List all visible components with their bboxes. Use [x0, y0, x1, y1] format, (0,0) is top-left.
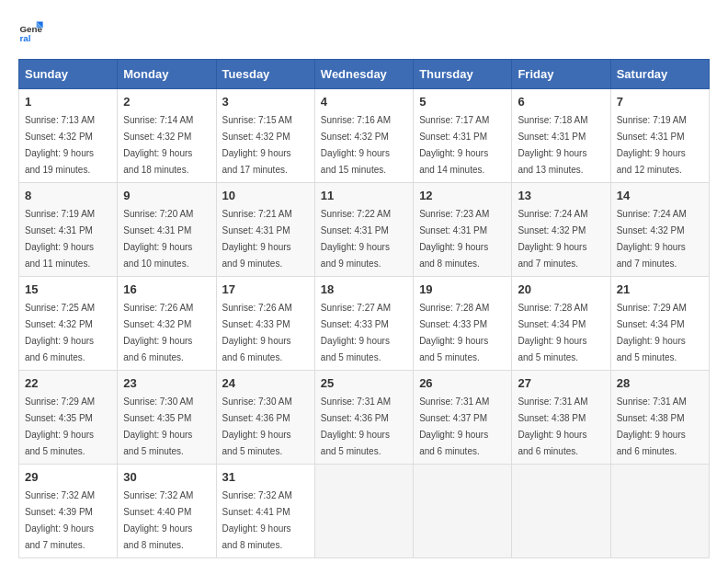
calendar-header-row: SundayMondayTuesdayWednesdayThursdayFrid… [19, 60, 710, 89]
calendar-cell: 18 Sunrise: 7:27 AMSunset: 4:33 PMDaylig… [314, 277, 413, 371]
calendar-cell: 2 Sunrise: 7:14 AMSunset: 4:32 PMDayligh… [118, 89, 216, 183]
day-number: 18 [321, 282, 407, 296]
day-info: Sunrise: 7:25 AMSunset: 4:32 PMDaylight:… [25, 303, 95, 362]
day-info: Sunrise: 7:30 AMSunset: 4:35 PMDaylight:… [123, 396, 193, 456]
calendar-cell: 24 Sunrise: 7:30 AMSunset: 4:36 PMDaylig… [216, 371, 314, 465]
day-number: 3 [222, 95, 309, 109]
day-number: 28 [617, 376, 703, 390]
day-number: 11 [321, 189, 407, 202]
day-info: Sunrise: 7:21 AMSunset: 4:31 PMDaylight:… [222, 209, 292, 269]
calendar-cell: 16 Sunrise: 7:26 AMSunset: 4:32 PMDaylig… [118, 277, 216, 371]
calendar-cell: 27 Sunrise: 7:31 AMSunset: 4:38 PMDaylig… [512, 371, 610, 465]
day-info: Sunrise: 7:29 AMSunset: 4:34 PMDaylight:… [617, 303, 687, 362]
calendar-cell: 10 Sunrise: 7:21 AMSunset: 4:31 PMDaylig… [216, 183, 314, 277]
weekday-header-friday: Friday [512, 60, 610, 89]
day-info: Sunrise: 7:31 AMSunset: 4:38 PMDaylight:… [518, 396, 587, 456]
day-number: 2 [123, 95, 210, 109]
day-info: Sunrise: 7:30 AMSunset: 4:36 PMDaylight:… [222, 396, 292, 456]
day-info: Sunrise: 7:32 AMSunset: 4:40 PMDaylight:… [123, 490, 193, 550]
calendar-cell: 6 Sunrise: 7:18 AMSunset: 4:31 PMDayligh… [512, 89, 610, 183]
day-number: 12 [419, 189, 506, 202]
calendar-table: SundayMondayTuesdayWednesdayThursdayFrid… [18, 59, 710, 558]
logo-icon: Gene ral [18, 18, 44, 44]
day-info: Sunrise: 7:14 AMSunset: 4:32 PMDaylight:… [123, 115, 193, 175]
weekday-header-tuesday: Tuesday [216, 60, 314, 89]
day-info: Sunrise: 7:18 AMSunset: 4:31 PMDaylight:… [518, 115, 587, 175]
calendar-cell [314, 465, 413, 558]
day-info: Sunrise: 7:31 AMSunset: 4:36 PMDaylight:… [321, 396, 391, 456]
day-number: 1 [25, 95, 111, 109]
day-number: 20 [518, 282, 604, 296]
day-number: 31 [222, 470, 309, 484]
day-info: Sunrise: 7:32 AMSunset: 4:41 PMDaylight:… [222, 490, 292, 550]
day-number: 13 [518, 189, 604, 202]
day-number: 26 [419, 376, 506, 390]
day-info: Sunrise: 7:29 AMSunset: 4:35 PMDaylight:… [25, 396, 95, 456]
day-info: Sunrise: 7:26 AMSunset: 4:33 PMDaylight:… [222, 303, 292, 362]
calendar-cell: 7 Sunrise: 7:19 AMSunset: 4:31 PMDayligh… [610, 89, 709, 183]
calendar-cell: 23 Sunrise: 7:30 AMSunset: 4:35 PMDaylig… [118, 371, 216, 465]
day-number: 22 [25, 376, 111, 390]
day-number: 25 [321, 376, 407, 390]
calendar-week-1: 1 Sunrise: 7:13 AMSunset: 4:32 PMDayligh… [19, 89, 710, 183]
day-number: 30 [123, 470, 210, 484]
calendar-cell: 5 Sunrise: 7:17 AMSunset: 4:31 PMDayligh… [414, 89, 512, 183]
calendar-cell: 13 Sunrise: 7:24 AMSunset: 4:32 PMDaylig… [512, 183, 610, 277]
day-info: Sunrise: 7:26 AMSunset: 4:32 PMDaylight:… [123, 303, 193, 362]
day-info: Sunrise: 7:15 AMSunset: 4:32 PMDaylight:… [222, 115, 292, 175]
calendar-cell: 3 Sunrise: 7:15 AMSunset: 4:32 PMDayligh… [216, 89, 314, 183]
day-info: Sunrise: 7:32 AMSunset: 4:39 PMDaylight:… [25, 490, 95, 550]
calendar-week-2: 8 Sunrise: 7:19 AMSunset: 4:31 PMDayligh… [19, 183, 710, 277]
weekday-header-monday: Monday [118, 60, 216, 89]
calendar-cell: 8 Sunrise: 7:19 AMSunset: 4:31 PMDayligh… [19, 183, 118, 277]
calendar-cell: 30 Sunrise: 7:32 AMSunset: 4:40 PMDaylig… [118, 465, 216, 558]
calendar-cell: 22 Sunrise: 7:29 AMSunset: 4:35 PMDaylig… [19, 371, 118, 465]
weekday-header-thursday: Thursday [414, 60, 512, 89]
day-info: Sunrise: 7:24 AMSunset: 4:32 PMDaylight:… [518, 209, 587, 269]
day-number: 19 [419, 282, 506, 296]
day-number: 21 [617, 282, 703, 296]
calendar-week-5: 29 Sunrise: 7:32 AMSunset: 4:39 PMDaylig… [19, 465, 710, 558]
day-number: 10 [222, 189, 309, 202]
calendar-week-4: 22 Sunrise: 7:29 AMSunset: 4:35 PMDaylig… [19, 371, 710, 465]
day-info: Sunrise: 7:28 AMSunset: 4:33 PMDaylight:… [419, 303, 489, 362]
day-number: 5 [419, 95, 506, 109]
day-info: Sunrise: 7:31 AMSunset: 4:38 PMDaylight:… [617, 396, 687, 456]
day-number: 8 [25, 189, 111, 202]
day-info: Sunrise: 7:28 AMSunset: 4:34 PMDaylight:… [518, 303, 587, 362]
weekday-header-saturday: Saturday [610, 60, 709, 89]
calendar-body: 1 Sunrise: 7:13 AMSunset: 4:32 PMDayligh… [19, 89, 710, 558]
calendar-cell: 26 Sunrise: 7:31 AMSunset: 4:37 PMDaylig… [414, 371, 512, 465]
day-info: Sunrise: 7:17 AMSunset: 4:31 PMDaylight:… [419, 115, 489, 175]
logo: Gene ral [18, 18, 48, 44]
calendar-cell [610, 465, 709, 558]
calendar-cell: 11 Sunrise: 7:22 AMSunset: 4:31 PMDaylig… [314, 183, 413, 277]
day-number: 14 [617, 189, 703, 202]
day-number: 24 [222, 376, 309, 390]
day-number: 9 [123, 189, 210, 202]
day-info: Sunrise: 7:19 AMSunset: 4:31 PMDaylight:… [25, 209, 95, 269]
calendar-cell: 14 Sunrise: 7:24 AMSunset: 4:32 PMDaylig… [610, 183, 709, 277]
day-info: Sunrise: 7:22 AMSunset: 4:31 PMDaylight:… [321, 209, 391, 269]
weekday-header-wednesday: Wednesday [314, 60, 413, 89]
day-number: 16 [123, 282, 210, 296]
day-info: Sunrise: 7:13 AMSunset: 4:32 PMDaylight:… [25, 115, 95, 175]
calendar-cell: 20 Sunrise: 7:28 AMSunset: 4:34 PMDaylig… [512, 277, 610, 371]
calendar-cell: 15 Sunrise: 7:25 AMSunset: 4:32 PMDaylig… [19, 277, 118, 371]
day-info: Sunrise: 7:31 AMSunset: 4:37 PMDaylight:… [419, 396, 489, 456]
day-info: Sunrise: 7:23 AMSunset: 4:31 PMDaylight:… [419, 209, 489, 269]
calendar-cell: 12 Sunrise: 7:23 AMSunset: 4:31 PMDaylig… [414, 183, 512, 277]
day-info: Sunrise: 7:24 AMSunset: 4:32 PMDaylight:… [617, 209, 687, 269]
calendar-cell: 21 Sunrise: 7:29 AMSunset: 4:34 PMDaylig… [610, 277, 709, 371]
calendar-week-3: 15 Sunrise: 7:25 AMSunset: 4:32 PMDaylig… [19, 277, 710, 371]
day-number: 6 [518, 95, 604, 109]
calendar-cell: 19 Sunrise: 7:28 AMSunset: 4:33 PMDaylig… [414, 277, 512, 371]
day-number: 7 [617, 95, 703, 109]
day-number: 17 [222, 282, 309, 296]
day-number: 29 [25, 470, 111, 484]
calendar-cell: 17 Sunrise: 7:26 AMSunset: 4:33 PMDaylig… [216, 277, 314, 371]
calendar-cell: 4 Sunrise: 7:16 AMSunset: 4:32 PMDayligh… [314, 89, 413, 183]
calendar-cell: 25 Sunrise: 7:31 AMSunset: 4:36 PMDaylig… [314, 371, 413, 465]
calendar-cell [512, 465, 610, 558]
day-info: Sunrise: 7:20 AMSunset: 4:31 PMDaylight:… [123, 209, 193, 269]
